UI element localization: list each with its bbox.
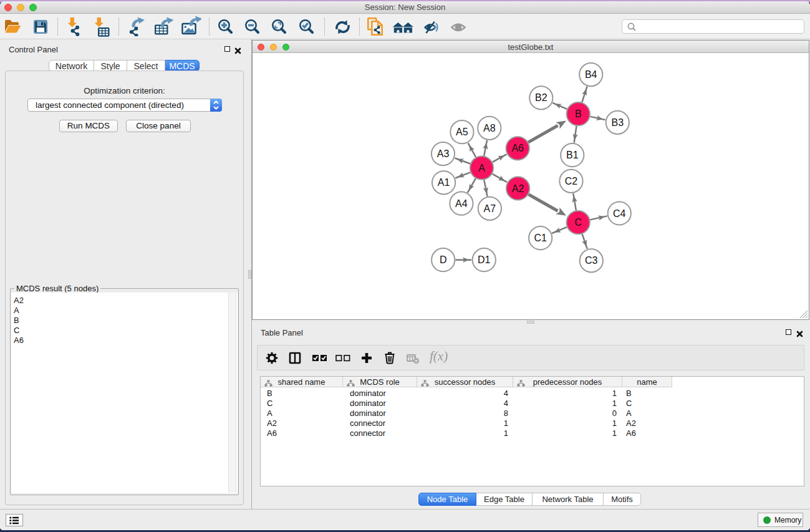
svg-text:C3: C3 xyxy=(585,255,598,266)
svg-text:A: A xyxy=(478,163,485,173)
svg-text:C2: C2 xyxy=(565,176,578,186)
svg-text:B4: B4 xyxy=(585,69,597,80)
svg-text:B2: B2 xyxy=(535,92,547,103)
svg-text:D1: D1 xyxy=(478,254,491,265)
svg-text:A5: A5 xyxy=(456,127,468,137)
svg-text:A7: A7 xyxy=(484,203,496,214)
svg-text:B: B xyxy=(575,109,582,119)
svg-text:A2: A2 xyxy=(512,183,524,194)
svg-text:C1: C1 xyxy=(534,233,547,243)
svg-text:A3: A3 xyxy=(437,148,450,159)
svg-text:D: D xyxy=(440,254,447,265)
svg-text:C: C xyxy=(574,217,582,228)
svg-text:A8: A8 xyxy=(483,123,496,133)
svg-text:C4: C4 xyxy=(613,208,626,219)
svg-text:B1: B1 xyxy=(566,150,579,160)
svg-text:A1: A1 xyxy=(438,177,450,188)
svg-text:B3: B3 xyxy=(612,117,624,128)
svg-text:A6: A6 xyxy=(511,143,524,153)
svg-text:f(x): f(x) xyxy=(430,351,448,364)
svg-text:A4: A4 xyxy=(455,198,468,209)
